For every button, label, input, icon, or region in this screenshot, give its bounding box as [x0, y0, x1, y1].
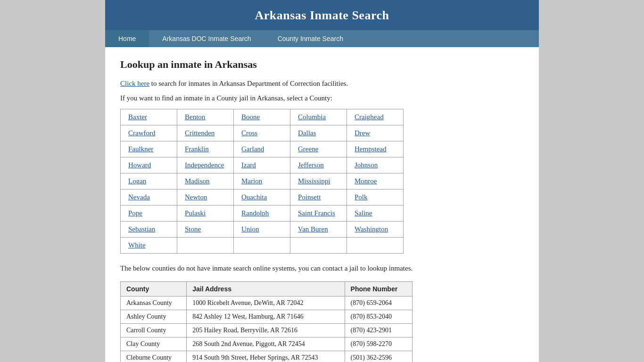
- county-cell: Pulaski: [177, 206, 234, 222]
- county-link[interactable]: Van Buren: [298, 225, 328, 233]
- county-cell: Van Buren: [290, 222, 347, 238]
- county-cell: [290, 238, 347, 254]
- county-link[interactable]: Logan: [128, 177, 146, 185]
- county-link[interactable]: Boone: [241, 113, 260, 121]
- county-link[interactable]: Nevada: [128, 193, 150, 201]
- county-cell: Boone: [234, 109, 290, 125]
- county-link[interactable]: Benton: [185, 113, 205, 121]
- county-link[interactable]: Baxter: [128, 113, 147, 121]
- jail-table-cell: (870) 853-2040: [345, 310, 412, 323]
- county-link[interactable]: Columbia: [298, 113, 326, 121]
- county-cell: Newton: [177, 189, 234, 206]
- county-link[interactable]: Greene: [298, 145, 318, 153]
- county-link[interactable]: Stone: [185, 225, 201, 233]
- county-link[interactable]: Franklin: [185, 145, 209, 153]
- jail-table-cell: Ashley County: [121, 310, 187, 323]
- county-link[interactable]: Faulkner: [128, 145, 153, 153]
- jail-table: CountyJail AddressPhone Number Arkansas …: [120, 281, 413, 362]
- county-link[interactable]: Poinsett: [298, 193, 321, 201]
- county-cell: Mississippi: [290, 173, 347, 189]
- county-cell: Randolph: [234, 206, 290, 222]
- site-title: Arkansas Inmate Search: [105, 8, 539, 23]
- county-link[interactable]: Crittenden: [185, 129, 215, 137]
- county-cell: Crawford: [121, 125, 177, 141]
- county-link[interactable]: Polk: [355, 193, 368, 201]
- county-link[interactable]: Marion: [241, 177, 262, 185]
- county-cell: Nevada: [121, 189, 177, 206]
- county-link[interactable]: Crawford: [128, 129, 155, 137]
- county-link[interactable]: Saline: [355, 209, 372, 217]
- county-cell: Howard: [121, 157, 177, 173]
- county-cell: Stone: [177, 222, 234, 238]
- jail-table-row: Ashley County842 Ashley 12 West, Hamburg…: [121, 310, 413, 323]
- site-header: Arkansas Inmate Search: [105, 0, 539, 30]
- county-cell: Saline: [347, 206, 404, 222]
- jail-table-cell: Carroll County: [121, 323, 187, 337]
- county-cell: Washington: [347, 222, 404, 238]
- county-link[interactable]: Jefferson: [298, 161, 324, 169]
- county-link[interactable]: Mississippi: [298, 177, 330, 185]
- county-cell: Baxter: [121, 109, 177, 125]
- county-cell: Saint Francis: [290, 206, 347, 222]
- jail-table-cell: (870) 423-2901: [345, 323, 412, 337]
- jail-table-cell: 268 South 2nd Avenue, Piggott, AR 72454: [187, 337, 345, 351]
- jail-table-cell: 914 South 9th Street, Heber Springs, AR …: [187, 351, 345, 362]
- county-cell: Marion: [234, 173, 290, 189]
- intro-paragraph: Click here to search for inmates in Arka…: [120, 78, 524, 89]
- county-cell: Franklin: [177, 141, 234, 157]
- nav-county-search[interactable]: County Inmate Search: [264, 30, 356, 47]
- county-link[interactable]: Craighead: [355, 113, 384, 121]
- county-link[interactable]: White: [128, 241, 146, 249]
- jail-table-row: Arkansas County1000 Ricebelt Avenue, DeW…: [121, 296, 413, 310]
- county-table: BaxterBentonBooneColumbiaCraigheadCrawfo…: [120, 109, 404, 254]
- county-cell: Crittenden: [177, 125, 234, 141]
- county-cell: Polk: [347, 189, 404, 206]
- intro-rest-text: to search for inmates in Arkansas Depart…: [151, 80, 348, 87]
- county-link[interactable]: Garland: [241, 145, 264, 153]
- county-link[interactable]: Washington: [355, 225, 388, 233]
- county-cell: Johnson: [347, 157, 404, 173]
- county-cell: Monroe: [347, 173, 404, 189]
- county-cell: Logan: [121, 173, 177, 189]
- county-link[interactable]: Howard: [128, 161, 151, 169]
- doc-search-link[interactable]: Click here: [120, 80, 149, 87]
- county-link[interactable]: Pulaski: [185, 209, 206, 217]
- county-cell: Sebastian: [121, 222, 177, 238]
- county-link[interactable]: Cross: [241, 129, 257, 137]
- county-link[interactable]: Drew: [355, 129, 370, 137]
- county-cell: Faulkner: [121, 141, 177, 157]
- county-link[interactable]: Newton: [185, 193, 207, 201]
- county-link[interactable]: Monroe: [355, 177, 377, 185]
- jail-table-cell: (870) 659-2064: [345, 296, 412, 310]
- jail-table-header: Jail Address: [187, 281, 345, 296]
- county-subtitle: If you want to find an inmate in a Count…: [120, 93, 524, 104]
- jail-table-row: Cleburne County914 South 9th Street, Heb…: [121, 351, 413, 362]
- county-cell: Jefferson: [290, 157, 347, 173]
- county-cell: Greene: [290, 141, 347, 157]
- county-link[interactable]: Izard: [241, 161, 256, 169]
- county-link[interactable]: Sebastian: [128, 225, 156, 233]
- nav-home[interactable]: Home: [105, 30, 149, 47]
- county-link[interactable]: Pope: [128, 209, 142, 217]
- info-below-text: The below counties do not have inmate se…: [120, 263, 524, 274]
- county-link[interactable]: Hempstead: [355, 145, 386, 153]
- county-link[interactable]: Madison: [185, 177, 210, 185]
- jail-table-row: Carroll County205 Hailey Road, Berryvill…: [121, 323, 413, 337]
- county-link[interactable]: Union: [241, 225, 259, 233]
- nav-doc-search[interactable]: Arkansas DOC Inmate Search: [149, 30, 264, 47]
- county-cell: Ouachita: [234, 189, 290, 206]
- county-link[interactable]: Dallas: [298, 129, 316, 137]
- jail-table-cell: Cleburne County: [121, 351, 187, 362]
- county-link[interactable]: Johnson: [355, 161, 378, 169]
- page-title: Lookup an inmate in Arkansas: [120, 58, 524, 71]
- jail-table-cell: 1000 Ricebelt Avenue, DeWitt, AR 72042: [187, 296, 345, 310]
- jail-table-cell: 842 Ashley 12 West, Hamburg, AR 71646: [187, 310, 345, 323]
- county-link[interactable]: Ouachita: [241, 193, 267, 201]
- county-link[interactable]: Saint Francis: [298, 209, 335, 217]
- county-link[interactable]: Independence: [185, 161, 224, 169]
- county-cell: Garland: [234, 141, 290, 157]
- county-link[interactable]: Randolph: [241, 209, 269, 217]
- county-cell: Pope: [121, 206, 177, 222]
- jail-table-header: Phone Number: [345, 281, 412, 296]
- jail-table-cell: (501) 362-2596: [345, 351, 412, 362]
